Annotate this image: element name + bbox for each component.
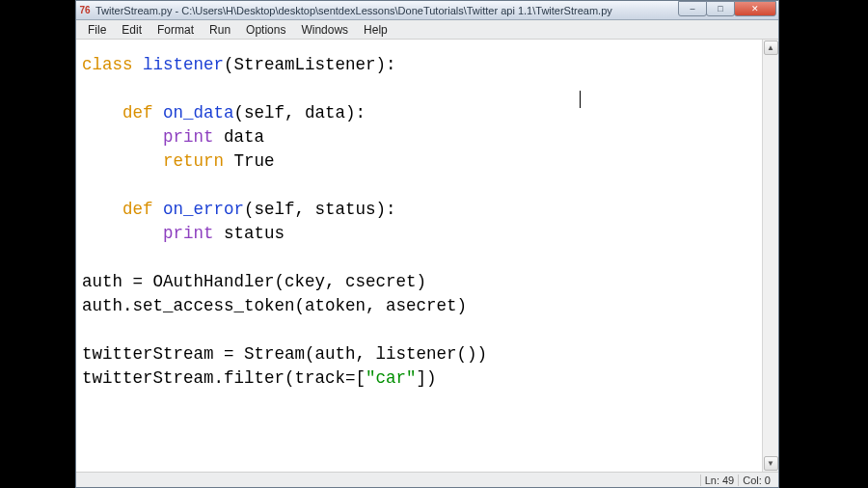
app-window: 76 TwiterStream.py - C:\Users\H\Desktop\… (75, 0, 779, 488)
editor-area: class listener(StreamListener): def on_d… (76, 40, 778, 472)
print-arg: status (214, 224, 285, 243)
menu-help[interactable]: Help (356, 21, 395, 39)
vertical-scrollbar[interactable]: ▲ ▼ (762, 40, 778, 472)
auth-line-2: auth.set_access_token(atoken, asecret) (82, 296, 467, 315)
kw-print: print (163, 224, 214, 243)
class-name: listener (133, 55, 225, 74)
kw-class: class (82, 55, 133, 74)
menubar: File Edit Format Run Options Windows Hel… (76, 20, 778, 40)
menu-options[interactable]: Options (238, 21, 293, 39)
menu-windows[interactable]: Windows (293, 21, 356, 39)
kw-print: print (163, 127, 214, 147)
filter-string: "car" (366, 368, 417, 388)
maximize-button[interactable]: □ (706, 1, 735, 16)
class-args: (StreamListener): (224, 55, 396, 74)
filter-line-a: twitterStream.filter(track=[ (82, 368, 366, 388)
titlebar[interactable]: 76 TwiterStream.py - C:\Users\H\Desktop\… (76, 1, 778, 20)
return-val: True (224, 151, 275, 171)
titlebar-text: TwiterStream.py - C:\Users\H\Desktop\des… (95, 5, 679, 16)
text-cursor (580, 91, 581, 108)
menu-file[interactable]: File (80, 21, 114, 39)
kw-def: def (122, 103, 153, 122)
menu-edit[interactable]: Edit (114, 21, 149, 39)
close-button[interactable]: ✕ (734, 1, 776, 16)
fn-on-error: on_error (153, 200, 245, 219)
window-controls: – □ ✕ (679, 1, 776, 18)
kw-def: def (122, 200, 153, 219)
minimize-button[interactable]: – (678, 1, 707, 16)
status-col: Col: 0 (738, 474, 774, 486)
scroll-down-icon[interactable]: ▼ (764, 456, 778, 471)
auth-line-1: auth = OAuthHandler(ckey, csecret) (82, 272, 426, 291)
code-editor[interactable]: class listener(StreamListener): def on_d… (76, 40, 762, 472)
kw-return: return (163, 151, 224, 171)
status-line: Ln: 49 (700, 474, 739, 486)
fn-on-data: on_data (153, 103, 234, 122)
filter-line-b: ]) (417, 368, 437, 388)
menu-run[interactable]: Run (202, 21, 238, 39)
on-error-args: (self, status): (244, 200, 396, 219)
statusbar: Ln: 49 Col: 0 (76, 472, 778, 487)
on-data-args: (self, data): (234, 103, 366, 122)
app-icon: 76 (78, 4, 92, 17)
scroll-up-icon[interactable]: ▲ (764, 41, 778, 55)
print-arg: data (214, 127, 265, 147)
stream-line-1: twitterStream = Stream(auth, listener()) (82, 344, 487, 364)
menu-format[interactable]: Format (149, 21, 202, 39)
